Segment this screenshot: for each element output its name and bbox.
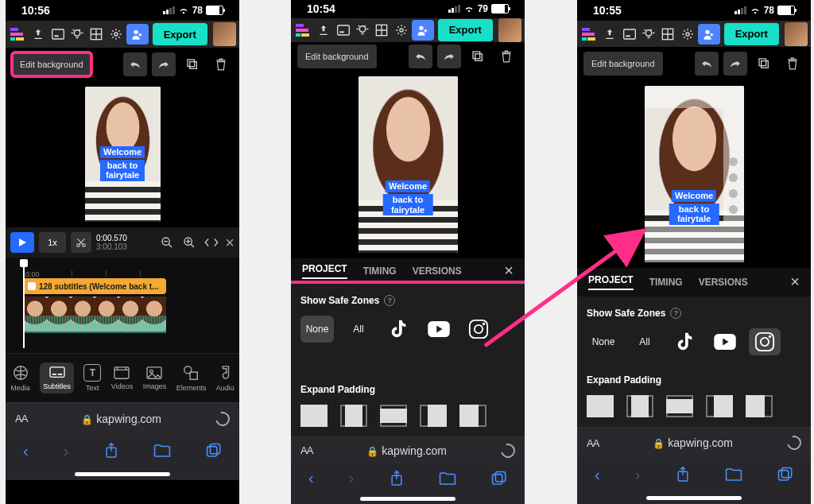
instagram-icon[interactable] xyxy=(749,328,781,355)
gear-icon[interactable] xyxy=(679,25,696,43)
grid-icon[interactable] xyxy=(660,25,676,43)
bulb-icon[interactable] xyxy=(68,25,85,43)
tabs-icon[interactable] xyxy=(777,467,793,483)
info-icon[interactable]: ? xyxy=(384,295,395,306)
upload-icon[interactable] xyxy=(315,21,331,39)
user-avatar[interactable] xyxy=(785,22,808,46)
tabs-icon[interactable] xyxy=(206,443,222,459)
members-button[interactable] xyxy=(412,20,433,41)
zoom-out-icon[interactable] xyxy=(158,234,176,251)
url-text[interactable]: 🔒kapwing.com xyxy=(603,436,782,449)
bookmarks-icon[interactable] xyxy=(439,471,456,486)
safe-zone-all[interactable]: All xyxy=(628,328,661,355)
browser-url-bar[interactable]: AA 🔒kapwing.com xyxy=(6,402,239,434)
url-text[interactable]: 🔒kapwing.com xyxy=(317,444,496,457)
padding-horizontal[interactable] xyxy=(340,405,367,427)
split-button[interactable] xyxy=(71,232,91,253)
export-button[interactable]: Export xyxy=(438,19,493,41)
reload-icon[interactable] xyxy=(213,409,233,428)
edit-background-button[interactable]: Edit background xyxy=(12,52,91,76)
user-avatar[interactable] xyxy=(498,18,521,42)
copy-button[interactable] xyxy=(752,52,776,76)
padding-right[interactable] xyxy=(459,405,486,427)
safe-zone-none[interactable]: None xyxy=(300,316,334,343)
caption-icon[interactable] xyxy=(621,25,638,43)
play-button[interactable] xyxy=(10,232,34,253)
panel-tab-versions[interactable]: VERSIONS xyxy=(413,266,462,277)
undo-button[interactable] xyxy=(695,52,719,76)
app-logo[interactable] xyxy=(9,28,27,41)
panel-close-icon[interactable]: × xyxy=(790,273,800,291)
video-preview[interactable]: Welcomeback to fairytale xyxy=(85,87,161,222)
tabs-icon[interactable] xyxy=(491,471,507,487)
preview-canvas[interactable]: Welcomeback to fairytale xyxy=(577,80,811,268)
back-icon[interactable]: ‹ xyxy=(595,466,600,484)
undo-button[interactable] xyxy=(123,52,147,76)
panel-tab-project[interactable]: PROJECT xyxy=(588,274,634,290)
edit-background-button[interactable]: Edit background xyxy=(297,45,377,68)
audio-waveform[interactable] xyxy=(23,316,166,333)
bookmarks-icon[interactable] xyxy=(725,467,742,482)
tiktok-icon[interactable] xyxy=(383,316,415,343)
padding-vertical[interactable] xyxy=(380,405,407,427)
close-timeline-icon[interactable]: × xyxy=(225,234,235,252)
copy-button[interactable] xyxy=(180,52,204,76)
redo-button[interactable] xyxy=(152,52,176,76)
instagram-icon[interactable] xyxy=(463,316,494,343)
safe-zone-none[interactable]: None xyxy=(587,328,620,355)
tab-text[interactable]: Text xyxy=(83,364,101,392)
back-icon[interactable]: ‹ xyxy=(308,469,314,487)
browser-url-bar[interactable]: AA 🔒kapwing.com xyxy=(291,436,525,464)
bulb-icon[interactable] xyxy=(354,21,370,39)
app-logo[interactable] xyxy=(294,24,312,37)
safe-zone-all[interactable]: All xyxy=(342,316,375,343)
trash-button[interactable] xyxy=(494,45,518,68)
tab-audio[interactable]: Audio xyxy=(216,364,235,392)
panel-tab-timing[interactable]: TIMING xyxy=(363,266,397,277)
gear-icon[interactable] xyxy=(107,25,124,43)
copy-button[interactable] xyxy=(466,45,490,68)
bulb-icon[interactable] xyxy=(640,25,657,43)
text-size-icon[interactable]: AA xyxy=(587,437,599,449)
share-icon[interactable] xyxy=(104,442,118,459)
padding-horizontal[interactable] xyxy=(626,395,653,417)
padding-vertical[interactable] xyxy=(666,395,693,417)
speed-button[interactable]: 1x xyxy=(39,232,66,253)
home-indicator[interactable] xyxy=(6,467,239,480)
back-icon[interactable]: ‹ xyxy=(23,442,29,460)
share-icon[interactable] xyxy=(390,470,404,487)
members-button[interactable] xyxy=(698,24,719,45)
youtube-icon[interactable] xyxy=(423,316,455,343)
home-indicator[interactable] xyxy=(577,491,811,504)
tab-videos[interactable]: Videos xyxy=(111,366,133,390)
tab-subtitles[interactable]: Subtitles xyxy=(40,362,74,394)
padding-right[interactable] xyxy=(746,395,773,417)
tab-images[interactable]: Images xyxy=(143,366,167,390)
upload-icon[interactable] xyxy=(29,25,46,43)
home-indicator[interactable] xyxy=(291,493,525,504)
preview-canvas[interactable]: Welcomeback to fairytale xyxy=(291,71,525,258)
user-avatar[interactable] xyxy=(213,22,236,46)
grid-icon[interactable] xyxy=(88,25,105,43)
preview-canvas[interactable]: Welcomeback to fairytale xyxy=(6,81,239,227)
url-text[interactable]: 🔒kapwing.com xyxy=(32,413,211,425)
panel-tab-versions[interactable]: VERSIONS xyxy=(699,277,748,288)
text-size-icon[interactable]: AA xyxy=(15,413,27,425)
subtitle-track[interactable]: 128 subtitles (Welcome back t... xyxy=(23,278,166,294)
members-button[interactable] xyxy=(126,24,148,45)
share-icon[interactable] xyxy=(676,466,690,483)
padding-left[interactable] xyxy=(706,395,733,417)
tiktok-icon[interactable] xyxy=(669,328,701,355)
forward-icon[interactable]: › xyxy=(349,469,355,487)
fit-icon[interactable] xyxy=(203,234,220,251)
export-button[interactable]: Export xyxy=(153,23,207,45)
edit-background-button[interactable]: Edit background xyxy=(583,52,663,76)
panel-close-icon[interactable]: × xyxy=(504,262,514,280)
grid-icon[interactable] xyxy=(374,21,390,39)
playhead[interactable] xyxy=(23,262,25,348)
text-size-icon[interactable]: AA xyxy=(300,444,312,456)
redo-button[interactable] xyxy=(437,45,461,68)
padding-none[interactable] xyxy=(300,405,328,427)
forward-icon[interactable]: › xyxy=(64,442,69,460)
caption-icon[interactable] xyxy=(49,25,66,43)
